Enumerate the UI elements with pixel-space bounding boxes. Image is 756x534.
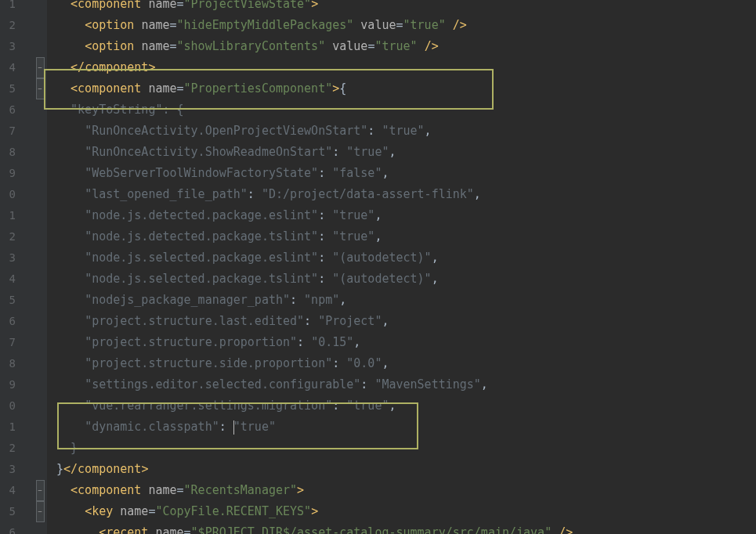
line-number: 4 <box>0 480 16 501</box>
fold-toggle-icon[interactable]: − <box>36 480 45 501</box>
code-line[interactable]: "settings.editor.selected.configurable":… <box>56 374 756 395</box>
code-line[interactable]: <recent name="$PROJECT_DIR$/asset-catalo… <box>56 522 756 534</box>
line-number: 7 <box>0 332 16 353</box>
code-line[interactable]: "last_opened_file_path": "D:/project/dat… <box>56 184 756 205</box>
code-line[interactable]: <component name="ProjectViewState"> <box>56 0 756 15</box>
code-line[interactable]: "WebServerToolWindowFactoryState": "fals… <box>56 163 756 184</box>
code-line[interactable]: <option name="showLibraryContents" value… <box>56 36 756 57</box>
line-number: 6 <box>0 311 16 332</box>
line-number: 2 <box>0 226 16 247</box>
fold-markers: −−−− <box>34 0 45 534</box>
line-number: 0 <box>0 395 16 417</box>
gutter: 12345678901234567890123456 −−−− <box>0 0 47 534</box>
line-number: 1 <box>0 205 16 226</box>
code-line[interactable]: "node.js.selected.package.tslint": "(aut… <box>56 269 756 290</box>
line-number: 3 <box>0 459 16 480</box>
line-number: 1 <box>0 0 16 15</box>
code-line[interactable]: "dynamic.classpath": "true" <box>56 417 756 438</box>
code-line[interactable]: <option name="hideEmptyMiddlePackages" v… <box>56 15 756 36</box>
code-line[interactable]: "project.structure.proportion": "0.15", <box>56 332 756 353</box>
code-line[interactable]: "keyToString": { <box>56 99 756 121</box>
code-line[interactable]: "node.js.detected.package.tslint": "true… <box>56 226 756 247</box>
code-line[interactable]: "vue.rearranger.settings.migration": "tr… <box>56 395 756 417</box>
line-number: 1 <box>0 417 16 438</box>
line-numbers: 12345678901234567890123456 <box>0 0 16 534</box>
code-line[interactable]: "project.structure.last.edited": "Projec… <box>56 311 756 332</box>
line-number: 9 <box>0 163 16 184</box>
line-number: 6 <box>0 99 16 121</box>
line-number: 8 <box>0 353 16 374</box>
line-number: 2 <box>0 438 16 459</box>
line-number: 6 <box>0 522 16 534</box>
code-content[interactable]: <component name="ProjectViewState"> <opt… <box>47 0 756 528</box>
line-number: 3 <box>0 247 16 269</box>
line-number: 2 <box>0 15 16 36</box>
code-editor[interactable]: 12345678901234567890123456 −−−− <compone… <box>0 0 756 534</box>
line-number: 5 <box>0 501 16 522</box>
code-line[interactable]: "node.js.detected.package.eslint": "true… <box>56 205 756 226</box>
line-number: 8 <box>0 142 16 163</box>
code-line[interactable]: "nodejs_package_manager_path": "npm", <box>56 290 756 311</box>
line-number: 9 <box>0 374 16 395</box>
code-line[interactable]: "RunOnceActivity.OpenProjectViewOnStart"… <box>56 121 756 142</box>
line-number: 0 <box>0 184 16 205</box>
code-line[interactable]: "node.js.selected.package.eslint": "(aut… <box>56 247 756 269</box>
line-number: 3 <box>0 36 16 57</box>
code-line[interactable]: "RunOnceActivity.ShowReadmeOnStart": "tr… <box>56 142 756 163</box>
code-line[interactable]: </component> <box>56 57 756 78</box>
line-number: 4 <box>0 57 16 78</box>
fold-toggle-icon[interactable]: − <box>36 501 45 522</box>
line-number: 5 <box>0 78 16 99</box>
line-number: 5 <box>0 290 16 311</box>
line-number: 4 <box>0 269 16 290</box>
line-number: 7 <box>0 121 16 142</box>
code-line[interactable]: <component name="PropertiesComponent">{ <box>56 78 756 99</box>
fold-toggle-icon[interactable]: − <box>36 78 45 99</box>
code-line[interactable]: <component name="RecentsManager"> <box>56 480 756 501</box>
code-line[interactable]: } <box>56 438 756 459</box>
code-line[interactable]: <key name="CopyFile.RECENT_KEYS"> <box>56 501 756 522</box>
code-line[interactable]: "project.structure.side.proportion": "0.… <box>56 353 756 374</box>
code-line[interactable]: }</component> <box>56 459 756 480</box>
fold-toggle-icon[interactable]: − <box>36 57 45 78</box>
